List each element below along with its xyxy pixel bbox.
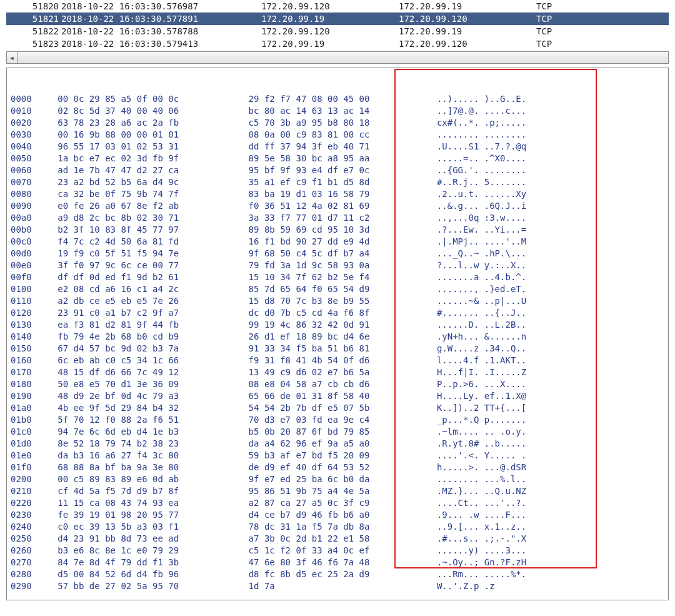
- hex-bytes-2: 26 d1 ef 18 89 bc d4 6e: [249, 331, 421, 343]
- hex-row[interactable]: 0200 00 c5 89 83 89 e6 0d ab 9f e7 ed 25…: [11, 473, 664, 485]
- hex-row[interactable]: 01f0 68 88 8a bf ba 9a 3e 80 de d9 ef 40…: [11, 462, 664, 473]
- hex-ascii: ......~& ..p|...U: [437, 295, 624, 307]
- hex-row[interactable]: 00d0 19 f9 c0 5f 51 f5 94 7e 9f 68 50 c4…: [11, 248, 664, 260]
- hex-row[interactable]: 00e0 3f f0 97 9c 6c ce 00 77 79 fd 3a 1d…: [11, 260, 664, 271]
- hex-ascii: ........ ........: [437, 129, 624, 141]
- hex-row[interactable]: 0260 b3 e6 8c 8e 1c e0 79 29 c5 1c f2 0f…: [11, 545, 664, 557]
- hex-bytes-2: bc 80 ac 14 63 13 ac 14: [249, 105, 421, 117]
- hex-row[interactable]: 0240 c0 ec 39 13 5b a3 03 f1 78 dc 31 1a…: [11, 521, 664, 533]
- scroll-left-arrow[interactable]: ◂: [7, 52, 18, 63]
- hex-row[interactable]: 0060 ad 1e 7b 47 47 d2 27 ca 95 bf 9f 93…: [11, 164, 664, 176]
- hex-row[interactable]: 0180 50 e8 e5 70 d1 3e 36 09 08 e8 04 58…: [11, 378, 664, 390]
- hex-ascii: ......., .}ed.eT.: [437, 283, 624, 295]
- hex-offset: 0050: [11, 153, 42, 164]
- hex-row[interactable]: 0170 48 15 df d6 66 7c 49 12 13 49 c9 d6…: [11, 366, 664, 378]
- hex-row[interactable]: 0010 02 8c 5d 37 40 00 40 06 bc 80 ac 14…: [11, 105, 664, 117]
- hex-ascii: ......D. ..L.2B..: [437, 319, 624, 331]
- hex-bytes-2: 89 8b 59 69 cd 95 10 3d: [249, 224, 421, 236]
- hex-bytes-2: 65 66 de 01 31 8f 58 40: [249, 390, 421, 402]
- hex-offset: 0120: [11, 307, 42, 319]
- hex-row[interactable]: 00c0 f4 7c c2 4d 50 6a 81 fd 16 f1 bd 90…: [11, 236, 664, 248]
- col-proto: TCP: [536, 39, 580, 49]
- hex-row[interactable]: 0140 fb 79 4e 2b 68 b0 cd b9 26 d1 ef 18…: [11, 331, 664, 343]
- hex-row[interactable]: 0280 d5 00 84 52 6d d4 fb 96 d8 fc 8b d5…: [11, 568, 664, 580]
- hex-bytes-2: dc d0 7b c5 cd 4a f6 8f: [249, 307, 421, 319]
- hex-ascii: cx#(..*. .p;.....: [437, 117, 624, 129]
- packet-row[interactable]: 518212018-10-22 16:03:30.577891172.20.99…: [6, 13, 669, 25]
- hex-row[interactable]: 0210 cf 4d 5a f5 7d d9 b7 8f 95 86 51 9b…: [11, 485, 664, 497]
- hex-row[interactable]: 0020 63 78 23 28 a6 ac 2a fb c5 70 3b a9…: [11, 117, 664, 129]
- hex-ascii: ...Rm... .....%*.: [437, 568, 624, 580]
- hex-offset: 0060: [11, 164, 42, 176]
- packet-row[interactable]: 518222018-10-22 16:03:30.578788172.20.99…: [6, 25, 669, 38]
- col-no: 51823: [9, 39, 61, 49]
- hex-offset: 0040: [11, 141, 42, 153]
- hex-row[interactable]: 0220 11 15 ca 08 43 74 93 ea a2 87 ca 27…: [11, 497, 664, 509]
- hex-bytes-2: 95 86 51 9b 75 a4 4e 5a: [249, 485, 421, 497]
- hex-row[interactable]: 0230 fe 39 19 01 98 20 95 77 d4 ce b7 d9…: [11, 509, 664, 521]
- hex-row[interactable]: 00f0 df df 0d ed f1 9d b2 61 15 10 34 7f…: [11, 271, 664, 283]
- hex-row[interactable]: 0160 6c eb ab c0 c5 34 1c 66 f9 31 f8 41…: [11, 355, 664, 366]
- hex-row[interactable]: 0050 1a bc e7 ec 02 3d fb 9f 89 5e 58 30…: [11, 153, 664, 164]
- hex-offset: 0010: [11, 105, 42, 117]
- hex-row[interactable]: 0290 57 bb de 27 02 5a 95 70 1d 7a W..'.…: [11, 580, 664, 592]
- hex-offset: 00c0: [11, 236, 42, 248]
- hex-bytes-1: 00 c5 89 83 89 e6 0d ab: [58, 473, 232, 485]
- hex-row[interactable]: 00a0 a9 d8 2c bc 8b 02 30 71 3a 33 f7 77…: [11, 212, 664, 224]
- hex-ascii: .......a ..4.b.^.: [437, 271, 624, 283]
- hex-row[interactable]: 0070 23 a2 bd 52 b5 6a d4 9c 35 a1 ef c9…: [11, 176, 664, 188]
- hex-ascii: .~.Oy..; Gn.?F.zH: [437, 557, 624, 568]
- hex-bytes-1: 63 78 23 28 a6 ac 2a fb: [58, 117, 232, 129]
- packet-list[interactable]: 518202018-10-22 16:03:30.576987172.20.99…: [6, 0, 669, 50]
- hex-ascii: H...f|I. .I.....Z: [437, 366, 624, 378]
- col-src: 172.20.99.19: [261, 14, 399, 24]
- hex-row[interactable]: 0270 84 7e 8d 4f 79 dd f1 3b 47 6e 80 3f…: [11, 557, 664, 568]
- hex-row[interactable]: 00b0 b2 3f 10 83 8f 45 77 97 89 8b 59 69…: [11, 224, 664, 236]
- hex-row[interactable]: 01a0 4b ee 9f 5d 29 84 b4 32 54 54 2b 7b…: [11, 402, 664, 414]
- hex-row[interactable]: 0080 ca 32 be 0f 75 9b 74 7f 83 ba 19 d1…: [11, 188, 664, 200]
- hex-row[interactable]: 0120 23 91 c0 a1 b7 c2 9f a7 dc d0 7b c5…: [11, 307, 664, 319]
- hex-bytes-1: 48 15 df d6 66 7c 49 12: [58, 366, 232, 378]
- hex-row[interactable]: 0090 e0 fe 26 a0 67 8e f2 ab f0 36 51 12…: [11, 200, 664, 212]
- packet-row[interactable]: 518202018-10-22 16:03:30.576987172.20.99…: [6, 0, 669, 13]
- hex-dump-pane[interactable]: 0000 00 0c 29 85 a5 0f 00 0c 29 f2 f7 47…: [6, 68, 669, 600]
- hex-bytes-2: 85 7d 65 64 f0 65 54 d9: [249, 283, 421, 295]
- hex-row[interactable]: 0150 67 d4 57 bc 9d 02 b3 7a 91 33 34 f5…: [11, 343, 664, 355]
- hex-offset: 0170: [11, 366, 42, 378]
- hex-bytes-2: 15 d8 70 7c b3 8e b9 55: [249, 295, 421, 307]
- hex-row[interactable]: 0250 d4 23 91 bb 8d 73 ee ad a7 3b 0c 2d…: [11, 533, 664, 545]
- hex-ascii: h.....>. ...@.dSR: [437, 462, 624, 473]
- hex-offset: 0210: [11, 485, 42, 497]
- hex-row[interactable]: 0030 00 16 9b 88 00 00 01 01 08 0a 00 c9…: [11, 129, 664, 141]
- hex-offset: 0240: [11, 521, 42, 533]
- col-dst: 172.20.99.120: [399, 39, 536, 49]
- packet-row[interactable]: 518232018-10-22 16:03:30.579413172.20.99…: [6, 38, 669, 50]
- hex-offset: 0090: [11, 200, 42, 212]
- hex-offset: 0150: [11, 343, 42, 355]
- hex-row[interactable]: 0130 ea f3 81 d2 81 9f 44 fb 99 19 4c 86…: [11, 319, 664, 331]
- hex-row[interactable]: 0190 48 d9 2e bf 0d 4c 79 a3 65 66 de 01…: [11, 390, 664, 402]
- hex-bytes-1: 67 d4 57 bc 9d 02 b3 7a: [58, 343, 232, 355]
- hex-bytes-1: 3f f0 97 9c 6c ce 00 77: [58, 260, 232, 271]
- hex-ascii: .U....S1 ..7.?.@q: [437, 141, 624, 153]
- hex-offset: 00d0: [11, 248, 42, 260]
- col-proto: TCP: [536, 26, 580, 36]
- hex-offset: 01e0: [11, 450, 42, 462]
- hex-row[interactable]: 0100 e2 08 cd a6 16 c1 a4 2c 85 7d 65 64…: [11, 283, 664, 295]
- hex-row[interactable]: 01d0 8e 52 18 79 74 b2 38 23 da a4 62 96…: [11, 438, 664, 450]
- hex-offset: 0260: [11, 545, 42, 557]
- hex-ascii: ..&.g... .6Q.J..i: [437, 200, 624, 212]
- hex-row[interactable]: 0040 96 55 17 03 01 02 53 31 dd ff 37 94…: [11, 141, 664, 153]
- hex-bytes-1: 96 55 17 03 01 02 53 31: [58, 141, 232, 153]
- hex-offset: 00b0: [11, 224, 42, 236]
- hex-bytes-1: 19 f9 c0 5f 51 f5 94 7e: [58, 248, 232, 260]
- col-dst: 172.20.99.19: [399, 1, 536, 11]
- hex-row[interactable]: 0110 a2 db ce e5 eb e5 7e 26 15 d8 70 7c…: [11, 295, 664, 307]
- hex-row[interactable]: 01e0 da b3 16 a6 27 f4 3c 80 59 b3 af e7…: [11, 450, 664, 462]
- horizontal-scrollbar[interactable]: ◂: [6, 51, 669, 64]
- hex-row[interactable]: 01b0 5f 70 12 f0 88 2a f6 51 70 d3 e7 03…: [11, 414, 664, 426]
- hex-row[interactable]: 01c0 94 7e 6c 6d eb d4 1e b3 b5 0b 20 87…: [11, 426, 664, 438]
- hex-row[interactable]: 0000 00 0c 29 85 a5 0f 00 0c 29 f2 f7 47…: [11, 93, 664, 105]
- hex-ascii: .MZ.}... ..Q.u.NZ: [437, 485, 624, 497]
- hex-bytes-1: ca 32 be 0f 75 9b 74 7f: [58, 188, 232, 200]
